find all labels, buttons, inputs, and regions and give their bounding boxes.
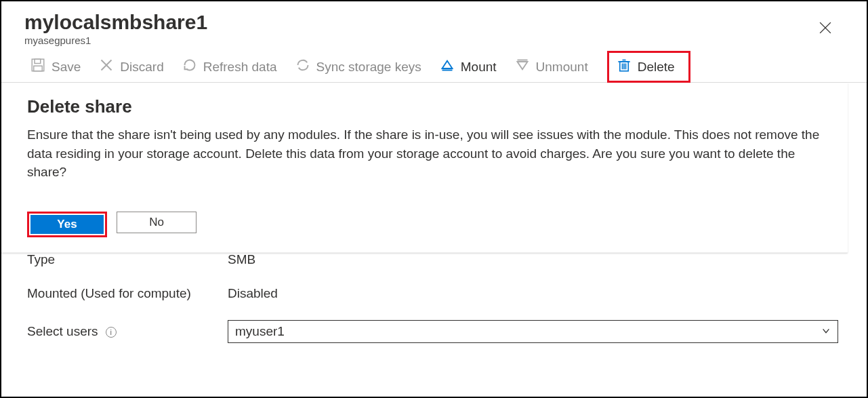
select-users-row: Select users i myuser1 (24, 311, 844, 353)
delete-label: Delete (638, 60, 675, 75)
unmount-icon (516, 58, 529, 75)
svg-marker-7 (442, 61, 452, 68)
command-bar: Save Discard Refresh data Sync storage k… (1, 49, 867, 83)
x-icon (100, 58, 113, 75)
type-label: Type (27, 252, 228, 267)
unmount-label: Unmount (536, 60, 588, 75)
no-button[interactable]: No (117, 212, 197, 233)
svg-rect-3 (35, 59, 41, 63)
yes-button[interactable]: Yes (30, 215, 104, 234)
delete-button-highlight: Delete (607, 51, 690, 83)
save-label: Save (51, 60, 81, 75)
dialog-title: Delete share (27, 96, 822, 117)
select-users-label: Select users i (27, 324, 228, 339)
delete-confirm-dialog: Delete share Ensure that the share isn't… (1, 83, 848, 253)
trash-icon (617, 58, 631, 75)
unmount-button[interactable]: Unmount (516, 58, 588, 75)
refresh-icon (183, 58, 197, 75)
page-subtitle: myasegpures1 (24, 35, 844, 46)
yes-button-highlight: Yes (27, 212, 107, 237)
sync-label: Sync storage keys (316, 60, 421, 75)
save-icon (31, 58, 45, 75)
mount-button[interactable]: Mount (440, 58, 497, 75)
mount-icon (440, 58, 454, 75)
close-icon[interactable] (819, 22, 831, 34)
mounted-value: Disabled (228, 286, 278, 301)
sync-icon (296, 58, 310, 75)
mounted-label: Mounted (Used for compute) (27, 286, 228, 301)
select-users-dropdown[interactable]: myuser1 (228, 320, 838, 343)
delete-button[interactable]: Delete (617, 58, 675, 75)
refresh-button[interactable]: Refresh data (183, 58, 277, 75)
mounted-row: Mounted (Used for compute) Disabled (24, 277, 844, 311)
mount-label: Mount (461, 60, 497, 75)
discard-button[interactable]: Discard (100, 58, 163, 75)
save-button[interactable]: Save (31, 58, 81, 75)
select-users-value: myuser1 (235, 324, 285, 339)
refresh-label: Refresh data (203, 60, 277, 75)
type-value: SMB (228, 252, 255, 267)
chevron-down-icon (821, 324, 831, 339)
discard-label: Discard (120, 60, 163, 75)
info-icon[interactable]: i (106, 327, 117, 338)
blade-header: mylocalsmbshare1 myasegpures1 (1, 1, 867, 49)
sync-button[interactable]: Sync storage keys (296, 58, 421, 75)
page-title: mylocalsmbshare1 (24, 11, 844, 33)
svg-marker-9 (517, 62, 527, 69)
dialog-body: Ensure that the share isn't being used b… (27, 125, 822, 182)
svg-rect-4 (34, 66, 43, 71)
